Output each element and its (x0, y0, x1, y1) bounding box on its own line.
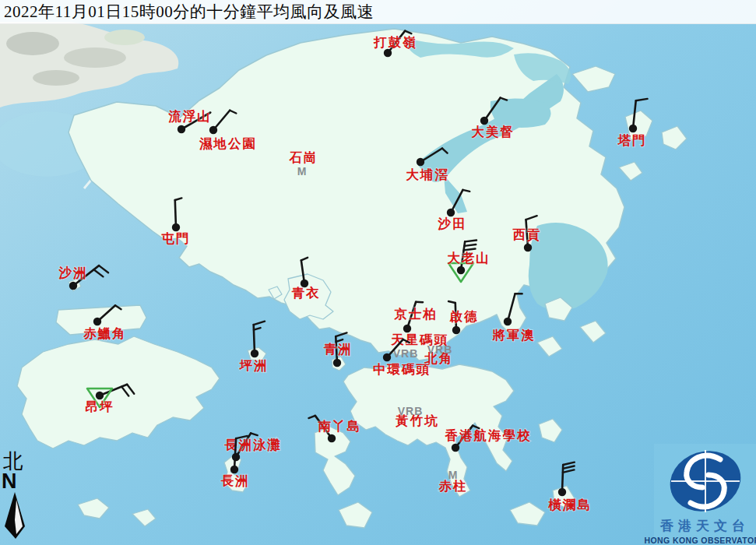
wind-barb-tick-sha-chau-0 (99, 265, 108, 272)
station-dot-tai-po-kau (417, 158, 424, 166)
station-label-tsing-yi: 青衣 (292, 286, 321, 301)
station-dot-tai-mei-tuk (480, 117, 488, 125)
wind-barb-tick-lamma-island-0 (308, 416, 315, 418)
station-ngong-ping: 昂坪 (86, 385, 135, 414)
station-tates-cairn: 大老山 (447, 241, 491, 282)
station-note-shek-kong: M (297, 165, 308, 178)
map-title: 2022年11月01日15時00分的十分鐘平均風向及風速 (4, 1, 374, 23)
wind-barb-tick-sha-tin-0 (462, 190, 469, 192)
station-dot-sai-kung (524, 244, 532, 251)
wind-barb-tick-waglan-island-2 (563, 469, 575, 472)
station-label-tseung-kwan-o: 將軍澳 (491, 328, 536, 343)
wind-map-screen: 打鼓嶺流浮山濕地公園大美督塔門石崗M大埔滘沙田屯門西貢沙洲大老山青衣京士柏啟德將… (0, 0, 756, 545)
station-label-lau-fau-shan: 流浮山 (167, 109, 212, 124)
station-shek-kong: 石崗M (289, 150, 318, 178)
wind-barb-staff-tap-mun (633, 100, 636, 128)
station-label-waglan-island: 橫瀾島 (547, 498, 592, 512)
station-label-chek-lap-kok: 赤鱲角 (83, 326, 127, 341)
wind-barb-tick-waglan-island-0 (563, 462, 575, 465)
station-dot-chek-lap-kok (93, 318, 101, 325)
station-label-cheung-chau: 長洲 (221, 473, 250, 488)
station-note-stanley: M (448, 469, 459, 481)
station-ta-kwu-ling: 打鼓嶺 (373, 31, 417, 58)
station-dot-kai-tak (452, 326, 460, 334)
station-dot-lau-fau-shan (178, 125, 185, 133)
title-bar: 2022年11月01日15時00分的十分鐘平均風向及風速 (0, 0, 756, 24)
station-cheung-chau-beach: 長洲泳灘 (224, 433, 282, 461)
station-label-sha-tin: 沙田 (438, 216, 467, 231)
station-label-cheung-chau-beach: 長洲泳灘 (224, 438, 282, 452)
wind-barb-tick-sai-kung-0 (526, 216, 536, 220)
station-dot-green-island (333, 359, 341, 367)
station-dot-ngong-ping (96, 392, 104, 399)
station-tap-mun: 塔門 (617, 99, 648, 148)
station-label-tai-mei-tuk: 大美督 (471, 125, 515, 139)
station-dot-sha-tin (447, 209, 455, 216)
wind-barb-tick-tai-po-kau-0 (442, 149, 448, 153)
wind-barb-staff-tai-mei-tuk (484, 98, 501, 121)
wind-barb-tick-ta-kwu-ling-0 (405, 31, 411, 34)
station-dot-cheung-chau (230, 466, 238, 473)
wind-barb-tick-chek-lap-kok-0 (115, 305, 121, 309)
wind-barb-tick-tai-mei-tuk-0 (501, 98, 507, 100)
station-dot-hk-sea-school (452, 444, 459, 452)
station-dot-kings-park (403, 325, 411, 332)
wind-barb-tick-peng-chau-1 (254, 328, 261, 330)
wind-barb-tick-ngong-ping-0 (127, 385, 134, 394)
station-label-central-pier: 中環碼頭 (373, 362, 431, 377)
wind-barb-tick-tap-mun-0 (636, 99, 648, 100)
station-waglan-island: 橫瀾島 (547, 462, 592, 512)
station-tsing-yi: 青衣 (292, 258, 321, 301)
station-hk-sea-school: 香港航海學校 (445, 426, 532, 452)
wind-barb-staff-tuen-mun (175, 200, 176, 227)
wind-barb-tick-tates-cairn-1 (464, 244, 476, 246)
hko-emblem-icon (656, 444, 755, 519)
station-sai-kung: 西貢 (512, 216, 542, 251)
hko-name-zh: 香港天文台 (660, 517, 750, 535)
station-wong-chuk-hang: 黃竹坑VRB (395, 405, 439, 428)
wind-barb-tick-tates-cairn-0 (465, 241, 476, 242)
station-green-island: 青洲 (324, 332, 353, 367)
station-label-tates-cairn: 大老山 (447, 251, 491, 265)
station-label-tap-mun: 塔門 (617, 133, 647, 148)
station-label-hk-sea-school: 香港航海學校 (445, 428, 532, 443)
station-label-ta-kwu-ling: 打鼓嶺 (373, 35, 417, 50)
station-label-tai-po-kau: 大埔滘 (406, 167, 449, 182)
station-dot-sha-chau (69, 282, 77, 290)
station-kai-tak: 啟德 (448, 301, 478, 334)
wind-barb-staff-tseung-kwan-o (508, 294, 515, 322)
station-label-wetland-park: 濕地公園 (199, 136, 257, 151)
station-label-sha-chau: 沙洲 (58, 265, 88, 280)
north-compass: 北 N (2, 452, 30, 540)
station-tai-mei-tuk: 大美督 (471, 98, 515, 139)
station-note-north-point: VRB (427, 343, 453, 356)
station-dot-waglan-island (558, 488, 566, 496)
station-note-star-ferry: VRB (393, 347, 419, 360)
station-dot-wetland-park (209, 126, 217, 134)
station-dot-central-pier (383, 353, 391, 361)
wind-barb-tick-tuen-mun-0 (175, 198, 182, 200)
station-kings-park: 京士柏 (393, 302, 438, 332)
station-dot-tates-cairn (457, 266, 465, 274)
station-tseung-kwan-o: 將軍澳 (491, 294, 536, 343)
wind-barb-tick-ngong-ping-1 (121, 387, 128, 396)
wind-barb-tick-tsing-yi-0 (301, 258, 308, 261)
station-dot-tap-mun (629, 125, 637, 132)
hko-logo: 香港天文台 HONG KONG OBSERVATORY (654, 444, 756, 545)
hko-name-en: HONG KONG OBSERVATORY (645, 536, 756, 545)
station-label-green-island: 青洲 (324, 342, 353, 357)
station-tai-po-kau: 大埔滘 (406, 149, 449, 182)
station-chek-lap-kok: 赤鱲角 (83, 305, 127, 341)
north-arrow-icon (2, 490, 28, 540)
wind-barb-tick-cheung-chau-beach-0 (251, 433, 258, 435)
wind-barb-tick-wetland-park-0 (230, 111, 236, 114)
wind-barb-tick-green-island-0 (336, 332, 346, 336)
wind-barb-tick-kai-tak-0 (448, 301, 455, 303)
wind-barb-tick-waglan-island-1 (563, 466, 575, 469)
station-lamma-island: 南丫島 (308, 416, 360, 442)
station-label-kings-park: 京士柏 (393, 307, 438, 322)
station-dot-tseung-kwan-o (504, 318, 512, 325)
north-letter-label: N (2, 472, 17, 490)
station-dot-tuen-mun (172, 223, 180, 231)
station-peng-chau: 坪洲 (239, 322, 269, 373)
